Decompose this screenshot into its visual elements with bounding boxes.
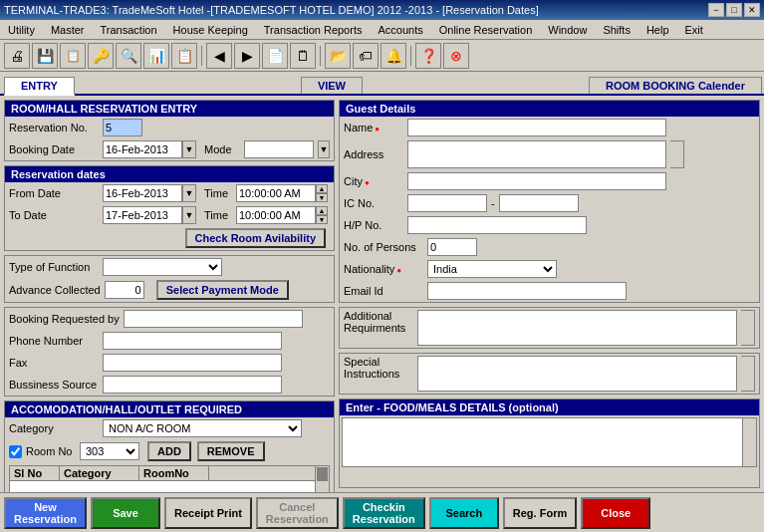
checkin-reservation-button[interactable]: Checkin Reservation — [343, 497, 425, 529]
minimize-button[interactable]: − — [708, 3, 724, 17]
persons-input[interactable] — [427, 238, 477, 256]
business-input[interactable] — [103, 376, 282, 394]
from-time-down[interactable]: ▼ — [316, 193, 328, 202]
search-button[interactable]: Search — [429, 497, 499, 529]
menu-exit[interactable]: Exit — [681, 23, 707, 37]
booking-date-arrow[interactable]: ▼ — [182, 140, 196, 158]
toolbar-btn-1[interactable]: 🖨 — [4, 43, 30, 69]
to-date-arrow[interactable]: ▼ — [182, 206, 196, 224]
to-time-down[interactable]: ▼ — [316, 215, 328, 224]
fax-label: Fax — [9, 357, 99, 369]
close-window-button[interactable]: ✕ — [744, 3, 760, 17]
address-scrollbar[interactable] — [670, 140, 684, 168]
cancel-reservation-button[interactable]: Cancel Reservation — [256, 497, 339, 529]
toolbar-btn-9[interactable]: ▶ — [234, 43, 260, 69]
close-button[interactable]: Close — [581, 497, 650, 529]
advance-input[interactable] — [105, 281, 144, 299]
city-input[interactable] — [407, 172, 666, 190]
maximize-button[interactable]: □ — [726, 3, 742, 17]
window-controls: − □ ✕ — [708, 3, 760, 17]
toolbar-btn-11[interactable]: 🗒 — [290, 43, 316, 69]
name-input[interactable] — [407, 119, 666, 136]
menu-utility[interactable]: Utility — [4, 23, 39, 37]
menu-help[interactable]: Help — [642, 23, 673, 37]
menu-accounts[interactable]: Accounts — [374, 23, 426, 37]
col-category: Category — [60, 466, 139, 480]
nationality-row: Nationality India — [340, 258, 759, 280]
new-reservation-button[interactable]: New Reservation — [4, 497, 87, 529]
booking-requested-input[interactable] — [124, 310, 303, 328]
toolbar-btn-16[interactable]: ⊗ — [443, 43, 469, 69]
save-button[interactable]: Save — [91, 497, 160, 529]
remove-room-button[interactable]: REMOVE — [197, 441, 265, 461]
additional-req-textarea[interactable] — [417, 310, 737, 346]
nationality-select[interactable]: India — [427, 260, 557, 278]
to-time-input[interactable] — [236, 206, 316, 224]
to-date-label: To Date — [9, 209, 99, 221]
from-time-input[interactable] — [236, 184, 316, 202]
mode-input[interactable] — [244, 140, 314, 158]
category-select[interactable]: NON A/C ROOM — [103, 419, 302, 437]
special-scrollbar[interactable] — [741, 356, 755, 392]
toolbar-btn-3[interactable]: 📋 — [60, 43, 86, 69]
special-instructions-textarea[interactable] — [417, 356, 737, 392]
additional-scrollbar[interactable] — [741, 310, 755, 346]
food-scrollbar[interactable] — [742, 418, 756, 466]
tab-entry[interactable]: ENTRY — [4, 77, 75, 96]
fax-input[interactable] — [103, 354, 282, 372]
toolbar-btn-15[interactable]: ❓ — [415, 43, 441, 69]
table-scrollbar[interactable] — [316, 465, 330, 492]
booking-requested-label: Booking Requested by — [9, 313, 120, 325]
menu-master[interactable]: Master — [47, 23, 89, 37]
persons-label: No. of Persons — [344, 241, 423, 253]
mode-arrow[interactable]: ▼ — [318, 140, 330, 158]
room-no-checkbox[interactable] — [9, 445, 22, 458]
contact-section: Booking Requested by Phone Number Fax Bu… — [4, 307, 335, 397]
ic-part1-input[interactable] — [407, 194, 487, 212]
toolbar-btn-12[interactable]: 📂 — [325, 43, 351, 69]
toolbar-btn-14[interactable]: 🔔 — [381, 43, 406, 69]
phone-row: Phone Number — [5, 330, 334, 352]
type-function-select[interactable] — [103, 258, 222, 276]
room-no-select[interactable]: 303 — [80, 442, 139, 460]
to-date-input[interactable] — [103, 206, 182, 224]
hp-input[interactable] — [407, 216, 587, 234]
to-time-up[interactable]: ▲ — [316, 206, 328, 215]
reg-form-button[interactable]: Reg. Form — [503, 497, 577, 529]
toolbar-btn-4[interactable]: 🔑 — [88, 43, 114, 69]
select-payment-button[interactable]: Select Payment Mode — [156, 280, 289, 300]
menu-bar: Utility Master Transaction House Keeping… — [0, 20, 764, 40]
toolbar-btn-13[interactable]: 🏷 — [353, 43, 379, 69]
address-textarea[interactable] — [407, 140, 666, 168]
menu-transaction-reports[interactable]: Transaction Reports — [260, 23, 367, 37]
toolbar-btn-7[interactable]: 📋 — [171, 43, 197, 69]
reservation-no-input[interactable] — [103, 119, 142, 136]
toolbar-btn-5[interactable]: 🔍 — [116, 43, 141, 69]
menu-online-reservation[interactable]: Online Reservation — [435, 23, 537, 37]
menu-transaction[interactable]: Transaction — [97, 23, 161, 37]
toolbar-btn-8[interactable]: ◀ — [206, 43, 232, 69]
from-date-arrow[interactable]: ▼ — [182, 184, 196, 202]
tab-room-booking[interactable]: ROOM BOOKING Calender — [589, 77, 762, 94]
booking-date-input[interactable] — [103, 140, 182, 158]
toolbar-btn-10[interactable]: 📄 — [262, 43, 288, 69]
to-date-row: To Date ▼ Time ▲ ▼ — [5, 204, 334, 226]
address-row: Address — [340, 138, 759, 170]
tab-view[interactable]: VIEW — [301, 77, 363, 94]
name-row: Name — [340, 117, 759, 138]
menu-shifts[interactable]: Shifts — [599, 23, 635, 37]
phone-input[interactable] — [103, 332, 282, 350]
menu-window[interactable]: Window — [544, 23, 591, 37]
add-room-button[interactable]: ADD — [147, 441, 191, 461]
check-room-button[interactable]: Check Room Avilability — [185, 228, 326, 248]
room-table-container: Sl No Category RoomNo — [5, 463, 334, 492]
ic-part2-input[interactable] — [499, 194, 579, 212]
receipt-print-button[interactable]: Receipt Print — [164, 497, 252, 529]
email-input[interactable] — [427, 282, 627, 300]
toolbar-btn-6[interactable]: 📊 — [143, 43, 169, 69]
from-time-up[interactable]: ▲ — [316, 184, 328, 193]
toolbar-btn-2[interactable]: 💾 — [32, 43, 58, 69]
menu-housekeeping[interactable]: House Keeping — [169, 23, 252, 37]
from-date-input[interactable] — [103, 184, 182, 202]
special-instructions-box: Special Instructions — [339, 353, 760, 395]
